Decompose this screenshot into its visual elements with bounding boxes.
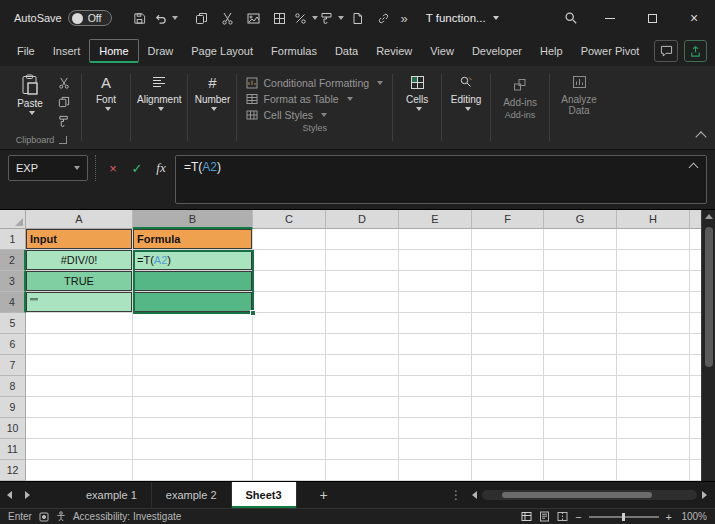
cell-G11[interactable] [544,439,617,460]
autosave-toggle[interactable]: AutoSave Off [14,10,112,26]
cell-B8[interactable] [133,376,253,397]
sheet-options-icon[interactable]: ⋮ [440,488,472,502]
cell-A5[interactable] [26,313,133,334]
column-header-H[interactable]: H [617,210,690,229]
page-layout-view-icon[interactable] [539,511,550,522]
row-header-9[interactable]: 9 [0,397,26,418]
copy-button[interactable] [54,94,74,110]
picture-icon[interactable] [242,5,266,31]
cell-F9[interactable] [472,397,544,418]
sheet-tab-example-1[interactable]: example 1 [72,482,152,508]
cell-F7[interactable] [472,355,544,376]
cell-A9[interactable] [26,397,133,418]
cell-E1[interactable] [399,229,472,250]
row-header-5[interactable]: 5 [0,313,26,334]
cell-styles-button[interactable]: Cell Styles [246,109,327,121]
normal-view-icon[interactable] [521,511,532,522]
cell-B2[interactable]: =T(A2) [133,250,253,271]
tab-view[interactable]: View [421,40,463,62]
cells-group-button[interactable]: Cells [395,68,439,149]
cell-H5[interactable] [617,313,690,334]
column-header-B[interactable]: B [133,210,253,229]
cell-E6[interactable] [399,334,472,355]
borders-icon[interactable] [268,5,292,31]
cell-E11[interactable] [399,439,472,460]
name-box[interactable]: EXP [8,155,88,181]
cell-E5[interactable] [399,313,472,334]
analyze-data-button[interactable]: Analyze Data [552,68,606,149]
window-title[interactable]: T function... [426,12,499,24]
cell-B12[interactable] [133,460,253,481]
cell-G2[interactable] [544,250,617,271]
cell-E4[interactable] [399,292,472,313]
cell-A7[interactable] [26,355,133,376]
percent-icon[interactable] [294,5,318,31]
cell-A3[interactable]: TRUE [26,271,133,292]
cell-C1[interactable] [253,229,326,250]
horizontal-scrollbar[interactable] [472,482,715,508]
formula-input[interactable]: =T(A2) [175,155,707,204]
cell-D8[interactable] [326,376,399,397]
cell-F2[interactable] [472,250,544,271]
cell-B9[interactable] [133,397,253,418]
column-header-F[interactable]: F [472,210,544,229]
clipboard-dialog-launcher-icon[interactable] [59,136,67,144]
column-header-G[interactable]: G [544,210,617,229]
cell-F4[interactable] [472,292,544,313]
cell-G12[interactable] [544,460,617,481]
font-group-button[interactable]: A Font [84,68,128,149]
cell-D11[interactable] [326,439,399,460]
cell-A12[interactable] [26,460,133,481]
cell-E10[interactable] [399,418,472,439]
cut-icon[interactable] [216,5,240,31]
tab-review[interactable]: Review [367,40,421,62]
cell-E8[interactable] [399,376,472,397]
select-all-button[interactable] [0,210,26,229]
cell-C8[interactable] [253,376,326,397]
cell-C4[interactable] [253,292,326,313]
insert-function-button[interactable]: fx [151,155,171,181]
tab-power-pivot[interactable]: Power Pivot [572,40,649,62]
macro-record-icon[interactable] [39,512,49,522]
format-as-table-button[interactable]: Format as Table [246,93,352,105]
number-group-button[interactable]: # Number [190,68,234,149]
cell-D2[interactable] [326,250,399,271]
cell-D9[interactable] [326,397,399,418]
cell-B11[interactable] [133,439,253,460]
cell-B4[interactable] [133,292,253,313]
cell-G8[interactable] [544,376,617,397]
cell-C3[interactable] [253,271,326,292]
row-header-8[interactable]: 8 [0,376,26,397]
cell-G9[interactable] [544,397,617,418]
autosave-switch[interactable]: Off [68,10,112,26]
save-button[interactable] [128,5,152,31]
share-button[interactable] [684,40,707,62]
minimize-button[interactable] [589,0,631,36]
cell-C9[interactable] [253,397,326,418]
cell-D4[interactable] [326,292,399,313]
cell-H2[interactable] [617,250,690,271]
sheet-nav-right-button[interactable] [18,482,36,508]
collapse-ribbon-icon[interactable] [695,131,706,142]
conditional-formatting-button[interactable]: Conditional Formatting [246,77,383,89]
row-header-3[interactable]: 3 [0,271,26,292]
cell-C7[interactable] [253,355,326,376]
cell-H3[interactable] [617,271,690,292]
accessibility-status[interactable]: Accessibility: Investigate [73,511,181,522]
cell-E7[interactable] [399,355,472,376]
page-break-view-icon[interactable] [557,511,568,522]
close-button[interactable]: × [673,0,715,36]
cell-A8[interactable] [26,376,133,397]
row-header-7[interactable]: 7 [0,355,26,376]
tab-home[interactable]: Home [89,39,138,63]
cell-B3[interactable] [133,271,253,292]
row-header-12[interactable]: 12 [0,460,26,481]
cell-E3[interactable] [399,271,472,292]
cell-F12[interactable] [472,460,544,481]
cell-F6[interactable] [472,334,544,355]
row-header-11[interactable]: 11 [0,439,26,460]
tab-page-layout[interactable]: Page Layout [182,40,262,62]
tab-insert[interactable]: Insert [44,40,90,62]
cell-D5[interactable] [326,313,399,334]
cell-H1[interactable] [617,229,690,250]
